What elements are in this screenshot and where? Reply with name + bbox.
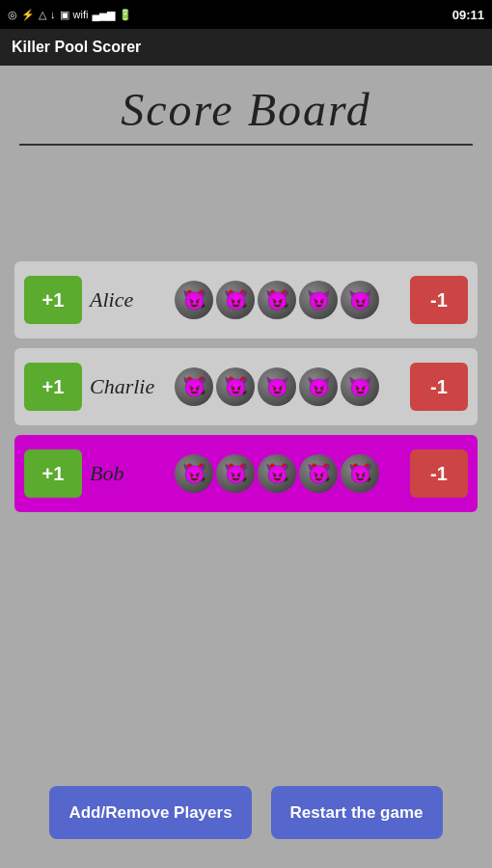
player-row-charlie: +1Charlie😈😈😈😈😈-1 [14,348,478,425]
plus-button-alice[interactable]: +1 [24,276,82,324]
add-remove-button[interactable]: Add/Remove Players [49,786,251,839]
minus-button-charlie[interactable]: -1 [410,363,468,411]
screen-icon: ▣ [60,9,69,21]
title-bar: Killer Pool Scorer [0,29,492,66]
life-ball-alice-2[interactable]: 😈 [258,281,296,319]
life-ball-bob-0[interactable]: 😈 [175,454,213,493]
life-ball-bob-2[interactable]: 😈 [258,454,296,493]
life-ball-charlie-0[interactable]: 😈 [175,367,213,406]
bottom-buttons: Add/Remove Players Restart the game [49,786,442,839]
lives-bob: 😈😈😈😈😈 [175,454,402,493]
ball-face-icon: 😈 [265,288,289,312]
status-time: 09:11 [452,8,484,22]
ball-face-icon: 😈 [348,462,372,485]
life-ball-alice-4[interactable]: 😈 [341,281,379,319]
life-ball-bob-1[interactable]: 😈 [216,454,255,493]
battery-icon: 🔋 [119,9,132,21]
life-ball-alice-3[interactable]: 😈 [299,281,338,319]
life-ball-charlie-4[interactable]: 😈 [341,367,379,406]
players-container: +1Alice😈😈😈😈😈-1+1Charlie😈😈😈😈😈-1+1Bob😈😈😈😈😈… [14,261,478,522]
life-ball-charlie-3[interactable]: 😈 [299,367,338,406]
player-name-bob: Bob [90,461,167,486]
ball-face-icon: 😈 [224,288,248,312]
player-name-charlie: Charlie [90,374,167,399]
minus-button-alice[interactable]: -1 [410,276,468,324]
status-icons: ◎ ⚡ △ ↓ ▣ wifi ▄▅▆ 🔋 [8,9,132,21]
plus-button-bob[interactable]: +1 [24,449,82,498]
ball-face-icon: 😈 [307,462,331,485]
ball-face-icon: 😈 [182,375,206,398]
life-ball-bob-4[interactable]: 😈 [341,454,379,493]
ball-face-icon: 😈 [182,288,206,312]
ball-face-icon: 😈 [348,375,372,398]
life-ball-alice-0[interactable]: 😈 [175,281,213,319]
life-ball-charlie-1[interactable]: 😈 [216,367,255,406]
ball-face-icon: 😈 [307,375,331,398]
download-icon: ↓ [50,9,56,20]
life-ball-alice-1[interactable]: 😈 [216,281,255,319]
ball-face-icon: 😈 [307,288,331,312]
life-ball-bob-3[interactable]: 😈 [299,454,338,493]
ball-face-icon: 😈 [265,375,289,398]
location-icon: ◎ [8,9,17,21]
app-title: Killer Pool Scorer [12,39,141,56]
ball-face-icon: 😈 [224,375,248,398]
ball-face-icon: 😈 [348,288,372,312]
signal-icon: ▄▅▆ [92,9,115,21]
scoreboard-title: Score Board [121,83,371,136]
lives-charlie: 😈😈😈😈😈 [175,367,402,406]
status-bar: ◎ ⚡ △ ↓ ▣ wifi ▄▅▆ 🔋 09:11 [0,0,492,29]
wifi-icon: wifi [73,9,89,20]
alert-icon: △ [39,9,46,21]
minus-button-bob[interactable]: -1 [410,449,468,498]
lives-alice: 😈😈😈😈😈 [175,281,402,319]
title-divider [19,144,473,146]
main-content: Score Board +1Alice😈😈😈😈😈-1+1Charlie😈😈😈😈😈… [0,66,492,868]
plus-button-charlie[interactable]: +1 [24,363,82,411]
ball-face-icon: 😈 [224,462,248,485]
restart-button[interactable]: Restart the game [271,786,443,839]
life-ball-charlie-2[interactable]: 😈 [258,367,296,406]
ball-face-icon: 😈 [265,462,289,485]
player-row-alice: +1Alice😈😈😈😈😈-1 [14,261,478,339]
player-row-bob: +1Bob😈😈😈😈😈-1 [14,435,478,512]
usb-icon: ⚡ [21,9,35,21]
player-name-alice: Alice [90,287,167,312]
ball-face-icon: 😈 [182,462,206,485]
